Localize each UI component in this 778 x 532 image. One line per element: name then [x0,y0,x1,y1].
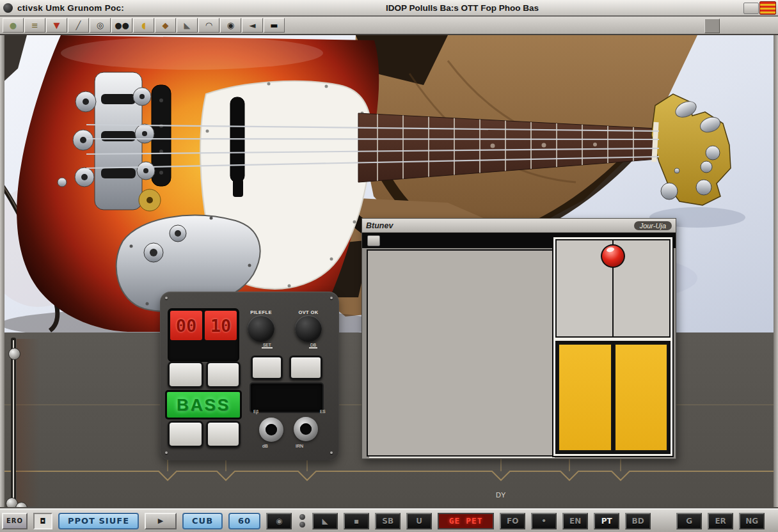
pedal-button-2[interactable] [206,361,241,388]
pedal-jack-2[interactable] [294,417,318,441]
tool-curve[interactable]: ◠ [198,18,219,33]
taskbar-u-button[interactable]: U [406,513,432,529]
timeline-label: DY [496,491,506,499]
tool-icon: ◉ [227,21,234,29]
dialog-window: Btunev Jour-Uja Ω IJT ⊞, 20TRLB [361,218,676,459]
vertical-slider [6,338,41,512]
slider-shade [17,339,40,506]
main-titlebar: ctivsk Umk Grunom Poc: IDOP Polulls Ba:s… [0,0,778,17]
pedal-jack-1[interactable] [259,418,283,442]
tool-shape[interactable]: ◣ [177,18,198,33]
taskbar-sb-button[interactable]: SB [375,513,401,529]
tool-icon: ◎ [97,21,104,29]
taskbar-ng-button[interactable]: NG [739,513,765,529]
taskbar-ero-button[interactable]: ERO [2,513,28,529]
pedal-button-6[interactable] [289,356,322,380]
pedal-jack1-label: dB [262,444,268,448]
tool-speaker[interactable]: ◉ [220,18,241,33]
taskbar-arrow-button[interactable]: ▶ [145,513,177,529]
pedal-knob2-label: OVT OK [289,309,328,315]
document-title: IDOP Polulls Ba:s OTT Fop Phoo Bas [386,3,539,13]
taskbar-fo-button[interactable]: FO [500,513,525,529]
effects-pedal: 00 10 BASS PILEFLE OVT OK SET DB Eβ ES d… [160,292,339,460]
tool-pencil[interactable]: ≡ [24,18,45,33]
dialog-badge: Jour-Uja [634,221,672,230]
yellow-cell-right[interactable] [614,343,669,451]
taskbar-cub-button[interactable]: CUB [182,513,223,529]
tool-ring[interactable]: ◎ [90,18,111,33]
taskbar-en-button[interactable]: EN [562,513,588,529]
app-window: DY 00 10 BASS PILEFLE OVT OK SET DB [0,0,778,532]
slider-knob-top[interactable] [8,348,20,360]
panel-bottom-section [555,341,671,454]
red-ball-knob[interactable] [601,244,625,268]
tool-record[interactable]: ▬ [264,18,285,33]
tool-brush[interactable]: ◆ [155,18,176,33]
pedal-knob-1[interactable] [248,315,274,342]
app-icon[interactable] [3,3,13,13]
pedal-jack2-top-label: ES [320,409,326,414]
taskbar-icon-button[interactable]: ◘ [33,513,52,529]
right-window-frame [774,35,778,508]
pedal-button-5[interactable] [251,356,283,380]
dialog-title: Btunev [366,221,393,230]
taskbar-bd-button[interactable]: BD [625,513,651,529]
taskbar-black-button-1[interactable]: ◣ [312,513,338,529]
taskbar-g-button[interactable]: G [676,513,702,529]
pedal-led-digit-left: 00 [170,311,202,340]
taskbar-cam-button[interactable]: ◉ [266,513,292,529]
tool-icon: ╱ [76,21,81,29]
tool-icon: ● [10,21,17,29]
taskbar-pt-button[interactable]: PT [594,513,619,529]
taskbar-60-button[interactable]: 60 [228,513,260,529]
pedal-knob1-label: PILEFLE [241,309,281,315]
taskbar-led-display: GE PET [438,513,494,529]
screw-icon [330,451,333,454]
close-button[interactable] [759,1,776,15]
bottom-taskbar: ERO ◘ PPOT SIUFE ▶ CUB 60 ◉ ◣ ▪ SB [0,508,778,532]
pedal-led-display: 00 10 [168,308,239,362]
tool-arrow[interactable]: ▼ [46,18,67,33]
pedal-button-3[interactable] [168,421,203,448]
tool-icon: ▬ [270,21,278,29]
panel-top-section [555,239,671,338]
pedal-black-display [250,382,324,413]
tool-icon: ▼ [54,21,60,29]
screw-icon [165,451,168,454]
pedal-button-1[interactable] [168,361,203,388]
screw-icon [330,297,333,299]
taskbar-dot-button[interactable]: • [531,513,557,529]
taskbar-er-button[interactable]: ER [708,513,733,529]
pedal-button-4[interactable] [206,421,241,448]
tool-icon: ◄ [250,21,256,29]
system-menu-button[interactable] [743,3,759,14]
tool-circle[interactable]: ● [3,18,24,33]
tool-crop[interactable]: ◖ [133,18,154,33]
taskbar-ppot-siufe-button[interactable]: PPOT SIUFE [58,513,139,529]
toolbar-square-button[interactable] [704,19,720,33]
slider-line [13,340,14,505]
dialog-small-button[interactable] [367,235,380,246]
dialog-right-panel [552,236,674,457]
tool-back[interactable]: ◄ [242,18,263,33]
pedal-lcd-bezel: BASS [165,390,242,419]
yellow-cell-left[interactable] [558,343,612,451]
pedal-jack2-label: IRN [296,444,303,448]
main-toolbar: ● ≡ ▼ ╱ ◎ ●● ◖ ◆ ◣ ◠ ◉ ◄ [0,17,778,35]
taskbar-black-button-2[interactable]: ▪ [344,513,369,529]
tool-icon: ◆ [163,21,169,29]
taskbar-spacer [656,513,671,529]
pedal-knob-2[interactable] [295,315,322,342]
taskbar-knob-dots [298,513,306,529]
tool-icon: ◖ [141,21,146,29]
screw-icon [165,297,168,299]
panel-frame [553,237,672,456]
tool-dots[interactable]: ●● [111,18,132,33]
tool-icon: ≡ [31,21,38,29]
tool-pen[interactable]: ╱ [68,18,89,33]
window-title: ctivsk Umk Grunom Poc: [17,3,124,13]
tool-icon: ◣ [184,21,191,29]
dialog-titlebar[interactable]: Btunev Jour-Uja [362,219,676,233]
tool-icon: ◠ [205,21,212,29]
tool-icon: ●● [115,21,129,29]
